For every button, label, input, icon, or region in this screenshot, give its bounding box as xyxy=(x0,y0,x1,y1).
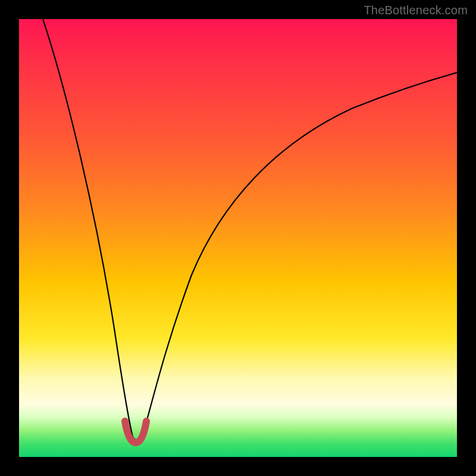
trough-highlight xyxy=(125,421,146,443)
bottleneck-curve xyxy=(43,19,457,440)
outer-frame: TheBottleneck.com xyxy=(0,0,476,476)
chart-svg xyxy=(19,19,457,457)
watermark-text: TheBottleneck.com xyxy=(364,4,468,17)
plot-area xyxy=(19,19,457,457)
